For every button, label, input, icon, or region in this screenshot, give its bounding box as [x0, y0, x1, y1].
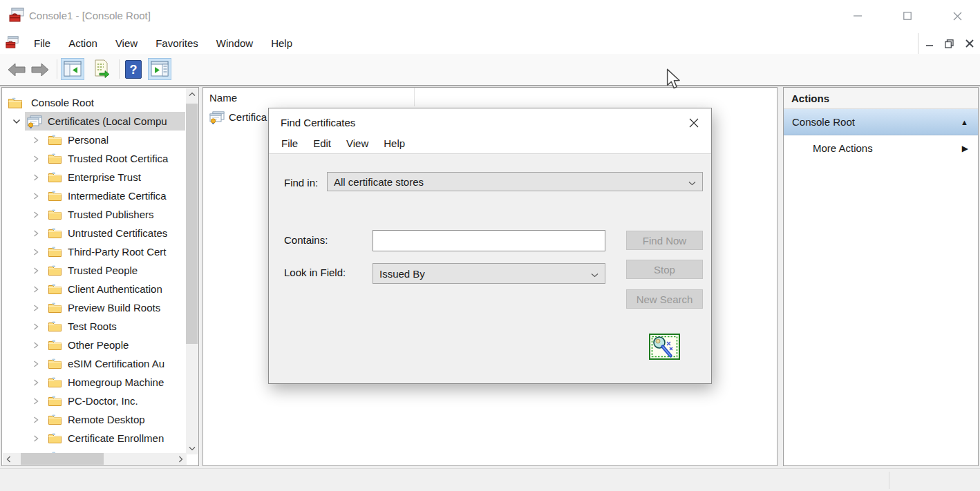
tree-item[interactable]: Enterprise Trust: [32, 168, 141, 186]
dialog-menu-file[interactable]: File: [274, 135, 305, 153]
action-pane-toggle-icon[interactable]: [148, 58, 171, 80]
chevron-right-icon[interactable]: [32, 414, 41, 425]
menu-window[interactable]: Window: [207, 33, 262, 54]
child-minimize-button[interactable]: [922, 36, 937, 51]
tree-item-label: Trusted People: [68, 264, 138, 276]
chevron-right-icon[interactable]: [32, 284, 41, 295]
tree-item-label: Trusted Root Certifica: [68, 153, 168, 164]
chevron-right-icon[interactable]: [32, 153, 41, 164]
console-tree-toggle-icon[interactable]: [61, 58, 84, 80]
menu-help[interactable]: Help: [262, 33, 301, 54]
chevron-right-icon[interactable]: [32, 433, 41, 444]
tree-item[interactable]: Certificate Enrollmen: [32, 429, 164, 447]
chevron-right-icon[interactable]: [32, 228, 41, 239]
scroll-up-icon[interactable]: [186, 88, 198, 100]
menu-action[interactable]: Action: [59, 33, 106, 54]
minimize-button[interactable]: [847, 7, 868, 25]
dialog-menu-view[interactable]: View: [339, 135, 376, 153]
menu-file[interactable]: File: [25, 33, 59, 54]
tree-item[interactable]: Third-Party Root Cert: [32, 242, 167, 261]
scroll-right-icon[interactable]: [175, 453, 187, 465]
collapse-icon[interactable]: ▲: [961, 118, 968, 126]
menu-view[interactable]: View: [106, 33, 147, 54]
chevron-right-icon[interactable]: [32, 135, 41, 146]
new-search-button[interactable]: New Search: [626, 289, 703, 309]
tree-item[interactable]: Test Roots: [32, 317, 117, 336]
divider: [918, 33, 918, 54]
folder-icon: [48, 283, 62, 295]
help-icon[interactable]: ?: [123, 59, 144, 79]
tree-item[interactable]: Homegroup Machine: [32, 373, 164, 392]
chevron-right-icon[interactable]: [32, 247, 41, 258]
tree-item[interactable]: Trusted Root Certifica: [32, 149, 168, 168]
scrollbar-thumb[interactable]: [21, 453, 104, 465]
scroll-down-icon[interactable]: [186, 443, 198, 454]
chevron-right-icon[interactable]: [32, 396, 41, 407]
tree-item[interactable]: Preview Build Roots: [32, 298, 160, 317]
tree-item[interactable]: Other People: [32, 336, 129, 354]
chevron-right-icon[interactable]: [32, 302, 41, 314]
folder-icon: [48, 339, 62, 351]
find-in-dropdown[interactable]: All certificate stores: [327, 172, 703, 191]
tree-item[interactable]: Trusted Publishers: [32, 205, 154, 224]
divider: [57, 59, 57, 79]
look-in-field-dropdown[interactable]: Issued By: [373, 263, 605, 284]
tree-item[interactable]: Intermediate Certifica: [32, 186, 167, 205]
chevron-right-icon[interactable]: [32, 209, 41, 220]
tree-item[interactable]: Remote Desktop: [32, 410, 145, 429]
child-close-button[interactable]: [962, 36, 977, 51]
dialog-menu-bar: File Edit View Help: [274, 135, 413, 153]
actions-pane-title: Actions: [784, 88, 978, 109]
chevron-right-icon[interactable]: [32, 358, 41, 369]
contains-input[interactable]: [373, 230, 605, 251]
back-arrow-icon[interactable]: [6, 61, 28, 79]
folder-icon: [48, 376, 62, 388]
tree-item[interactable]: PC-Doctor, Inc.: [32, 392, 138, 410]
tree-horizontal-scrollbar[interactable]: [3, 453, 187, 465]
chevron-right-icon[interactable]: [32, 265, 41, 276]
menu-bar: File Action View Favorites Window Help: [0, 33, 980, 54]
maximize-button[interactable]: [897, 7, 918, 25]
column-divider[interactable]: [414, 88, 415, 106]
tree-item-label: Certificate Enrollmen: [68, 432, 164, 444]
chevron-right-icon[interactable]: [32, 321, 41, 332]
tree-item[interactable]: Trusted People: [32, 261, 138, 280]
chevron-right-icon[interactable]: [32, 191, 41, 202]
dialog-menu-edit[interactable]: Edit: [305, 135, 339, 153]
list-item[interactable]: Certifica: [209, 108, 267, 125]
tree-item-certificates[interactable]: Certificates (Local Compu: [12, 112, 167, 131]
tree-item[interactable]: Client Authentication: [32, 280, 162, 298]
forward-arrow-icon[interactable]: [29, 61, 51, 79]
tree-item-label: Intermediate Certifica: [68, 190, 167, 202]
column-header-name[interactable]: Name: [209, 92, 237, 104]
tree-item-label: PC-Doctor, Inc.: [68, 395, 138, 407]
more-actions-item[interactable]: More Actions ▶: [784, 135, 978, 161]
actions-group-label: Console Root: [792, 116, 855, 128]
folder-icon: [48, 153, 62, 164]
tree-item-label: Certificates (Local Compu: [48, 115, 167, 127]
close-button[interactable]: [947, 7, 968, 25]
dialog-close-icon[interactable]: [684, 114, 704, 132]
tree-item-partial[interactable]: [48, 447, 68, 453]
export-list-icon[interactable]: [90, 58, 113, 80]
tree-item[interactable]: Personal: [32, 131, 109, 149]
tree-item[interactable]: Untrusted Certificates: [32, 224, 167, 242]
certificates-icon: [26, 115, 42, 127]
tree-item-console-root[interactable]: Console Root: [8, 93, 94, 112]
child-restore-button[interactable]: [941, 36, 957, 51]
find-now-button[interactable]: Find Now: [626, 231, 703, 250]
stop-button[interactable]: Stop: [626, 260, 703, 279]
scrollbar-thumb[interactable]: [186, 104, 198, 344]
tree-item[interactable]: eSIM Certification Au: [32, 354, 164, 373]
folder-icon: [48, 264, 62, 276]
scroll-left-icon[interactable]: [3, 453, 15, 465]
submenu-arrow-icon: ▶: [962, 144, 968, 153]
chevron-right-icon[interactable]: [32, 172, 41, 183]
chevron-right-icon[interactable]: [32, 377, 41, 388]
chevron-down-icon[interactable]: [12, 116, 22, 127]
chevron-right-icon[interactable]: [32, 340, 41, 351]
menu-favorites[interactable]: Favorites: [147, 33, 207, 54]
actions-group-console-root[interactable]: Console Root ▲: [784, 109, 978, 135]
tree-vertical-scrollbar[interactable]: [186, 88, 198, 454]
dialog-menu-help[interactable]: Help: [376, 135, 413, 153]
